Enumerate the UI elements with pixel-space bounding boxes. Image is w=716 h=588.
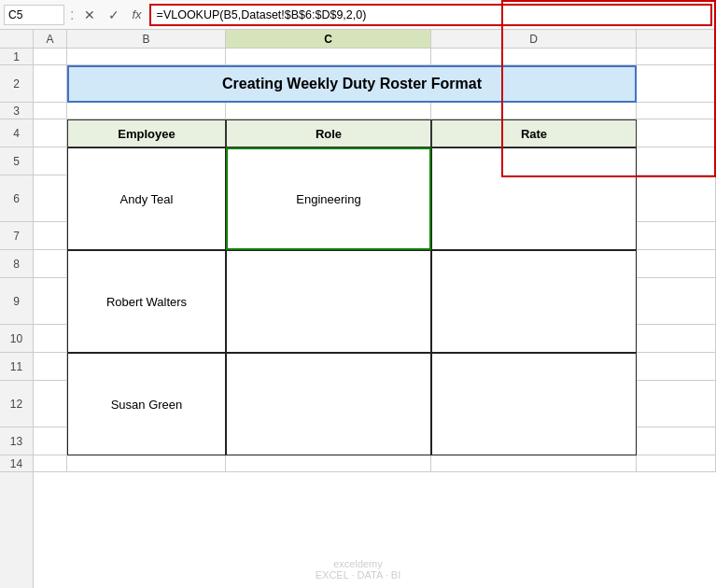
cell-a4[interactable] bbox=[34, 119, 67, 147]
cell-c10[interactable] bbox=[226, 325, 431, 353]
col-header-d[interactable]: D bbox=[431, 30, 637, 48]
cell-d5[interactable] bbox=[431, 147, 637, 175]
cell-a8[interactable] bbox=[34, 250, 67, 278]
cell-e9[interactable] bbox=[637, 278, 716, 325]
grid-row-3 bbox=[34, 103, 716, 119]
formula-input[interactable] bbox=[149, 4, 712, 26]
row-num-13[interactable]: 13 bbox=[0, 427, 33, 455]
fx-label: fx bbox=[128, 7, 145, 21]
cell-a10[interactable] bbox=[34, 325, 67, 353]
cell-b14[interactable] bbox=[67, 455, 226, 472]
row-num-2[interactable]: 2 bbox=[0, 65, 33, 103]
row-num-6[interactable]: 6 bbox=[0, 175, 33, 222]
row-num-10[interactable]: 10 bbox=[0, 325, 33, 353]
row-num-8[interactable]: 8 bbox=[0, 250, 33, 278]
cell-d14[interactable] bbox=[431, 455, 637, 472]
cell-e14[interactable] bbox=[637, 455, 716, 472]
cell-c5[interactable] bbox=[226, 147, 431, 175]
cell-d9[interactable] bbox=[431, 278, 637, 325]
cell-d11[interactable] bbox=[431, 353, 637, 381]
cell-e8[interactable] bbox=[637, 250, 716, 278]
row-num-7[interactable]: 7 bbox=[0, 222, 33, 250]
cell-c8[interactable] bbox=[226, 250, 431, 278]
row-num-9[interactable]: 9 bbox=[0, 278, 33, 325]
cell-c6-engineering[interactable]: Engineering bbox=[226, 175, 431, 222]
row-num-11[interactable]: 11 bbox=[0, 353, 33, 381]
cell-a2[interactable] bbox=[34, 65, 67, 103]
arrow-line bbox=[431, 197, 432, 201]
col-header-b[interactable]: B bbox=[67, 30, 226, 48]
cell-e2[interactable] bbox=[637, 65, 716, 103]
cell-d13[interactable] bbox=[431, 427, 637, 455]
cell-d6-rate[interactable] bbox=[431, 175, 637, 222]
cell-a12[interactable] bbox=[34, 381, 67, 427]
grid-row-5 bbox=[34, 147, 716, 175]
column-headers: A B C D bbox=[0, 30, 716, 49]
cell-b6-andy[interactable]: Andy Teal bbox=[67, 175, 226, 222]
cell-e5[interactable] bbox=[637, 147, 716, 175]
cell-c3[interactable] bbox=[226, 103, 431, 119]
cell-b9-robert[interactable]: Robert Walters bbox=[67, 278, 226, 325]
col-header-e[interactable] bbox=[637, 30, 716, 48]
cell-e4[interactable] bbox=[637, 119, 716, 147]
cell-d1[interactable] bbox=[431, 49, 637, 65]
cell-a11[interactable] bbox=[34, 353, 67, 381]
row-num-1[interactable]: 1 bbox=[0, 49, 33, 65]
cell-c11[interactable] bbox=[226, 353, 431, 381]
cell-a13[interactable] bbox=[34, 427, 67, 455]
cancel-formula-button[interactable]: ✕ bbox=[79, 5, 100, 25]
row-num-12[interactable]: 12 bbox=[0, 381, 33, 427]
cell-c1[interactable] bbox=[226, 49, 431, 65]
cell-e3[interactable] bbox=[637, 103, 716, 119]
cell-b12-susan[interactable]: Susan Green bbox=[67, 381, 226, 427]
col-header-c[interactable]: C bbox=[226, 30, 431, 48]
cell-employee-header[interactable]: Employee bbox=[67, 119, 226, 147]
row-num-5[interactable]: 5 bbox=[0, 147, 33, 175]
cell-role-header[interactable]: Role bbox=[226, 119, 431, 147]
cell-c12[interactable] bbox=[226, 381, 431, 427]
cell-d10[interactable] bbox=[431, 325, 637, 353]
cell-c7[interactable] bbox=[226, 222, 431, 250]
andy-teal-role: Engineering bbox=[296, 192, 360, 206]
row-num-14[interactable]: 14 bbox=[0, 455, 33, 472]
cell-b1[interactable] bbox=[67, 49, 226, 65]
cell-e10[interactable] bbox=[637, 325, 716, 353]
row-num-3[interactable]: 3 bbox=[0, 103, 33, 119]
confirm-formula-button[interactable]: ✓ bbox=[104, 5, 124, 25]
cell-b10[interactable] bbox=[67, 325, 226, 353]
cell-a3[interactable] bbox=[34, 103, 67, 119]
robert-walters-name: Robert Walters bbox=[106, 295, 187, 309]
cell-b8[interactable] bbox=[67, 250, 226, 278]
cell-a5[interactable] bbox=[34, 147, 67, 175]
cell-rate-header[interactable]: Rate bbox=[431, 119, 637, 147]
grid-row-1 bbox=[34, 49, 716, 65]
cell-d12[interactable] bbox=[431, 381, 637, 427]
title-cell[interactable]: Creating Weekly Duty Roster Format bbox=[67, 65, 637, 103]
cell-d7[interactable] bbox=[431, 222, 637, 250]
cell-b11[interactable] bbox=[67, 353, 226, 381]
cell-e7[interactable] bbox=[637, 222, 716, 250]
cell-b3[interactable] bbox=[67, 103, 226, 119]
cell-a6[interactable] bbox=[34, 175, 67, 222]
cell-c9[interactable] bbox=[226, 278, 431, 325]
cell-a1[interactable] bbox=[34, 49, 67, 65]
cell-e1[interactable] bbox=[637, 49, 716, 65]
cell-c14[interactable] bbox=[226, 455, 431, 472]
cell-d8[interactable] bbox=[431, 250, 637, 278]
cell-b5[interactable] bbox=[67, 147, 226, 175]
col-header-a[interactable]: A bbox=[34, 30, 67, 48]
cell-b7[interactable] bbox=[67, 222, 226, 250]
red-arrow bbox=[431, 189, 432, 208]
cell-d3[interactable] bbox=[431, 103, 637, 119]
cell-a14[interactable] bbox=[34, 455, 67, 472]
cell-a7[interactable] bbox=[34, 222, 67, 250]
cell-e13[interactable] bbox=[637, 427, 716, 455]
cell-e6[interactable] bbox=[637, 175, 716, 222]
cell-reference-box[interactable]: C5 bbox=[4, 5, 64, 25]
cell-a9[interactable] bbox=[34, 278, 67, 325]
cell-e12[interactable] bbox=[637, 381, 716, 427]
cell-b13[interactable] bbox=[67, 427, 226, 455]
cell-e11[interactable] bbox=[637, 353, 716, 381]
cell-c13[interactable] bbox=[226, 427, 431, 455]
row-num-4[interactable]: 4 bbox=[0, 119, 33, 147]
